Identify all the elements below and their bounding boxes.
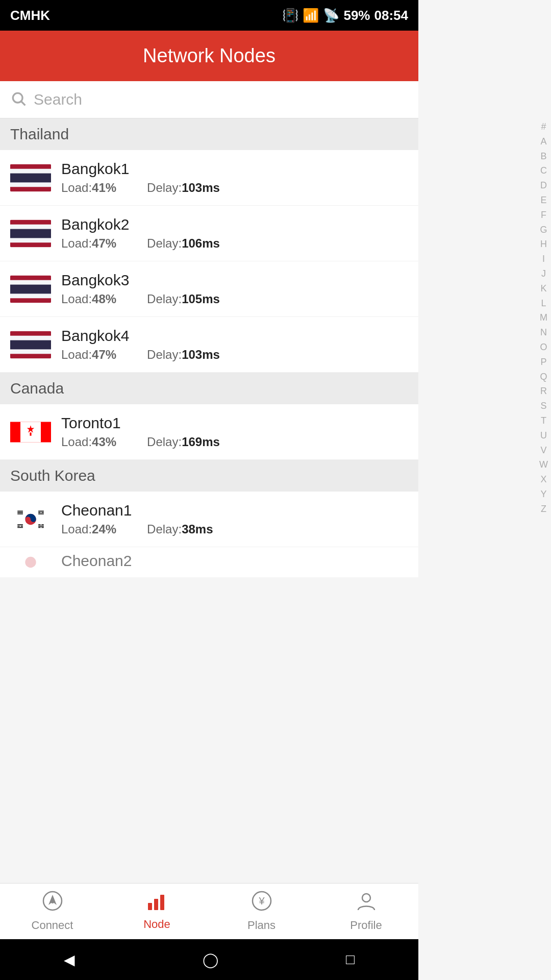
svg-rect-21 (17, 512, 23, 513)
back-button[interactable]: ◀ (64, 951, 75, 968)
profile-label: Profile (350, 919, 382, 932)
svg-rect-7 (10, 229, 51, 238)
list-item[interactable]: Cheonan1 Load:24% Delay:38ms (0, 492, 418, 547)
svg-rect-41 (154, 899, 158, 910)
section-header-south-korea: South Korea (0, 460, 418, 492)
nav-item-plans[interactable]: ¥ Plans (209, 884, 314, 939)
nav-item-profile[interactable]: Profile (314, 884, 418, 939)
flag-thailand (10, 275, 51, 303)
flag-thailand (10, 219, 51, 248)
page-header: Network Nodes (0, 31, 418, 81)
svg-rect-20 (17, 510, 23, 511)
svg-rect-4 (10, 173, 51, 182)
node-info: Bangkok4 Load:47% Delay:103ms (61, 327, 408, 362)
svg-rect-27 (17, 524, 23, 525)
svg-rect-40 (148, 903, 152, 910)
svg-rect-28 (17, 525, 20, 526)
status-bar: CMHK 📳 📶 📡 59% 08:54 (0, 0, 418, 31)
node-info: Bangkok2 Load:47% Delay:106ms (61, 216, 408, 251)
svg-line-1 (21, 102, 25, 105)
nav-item-connect[interactable]: Connect (0, 884, 105, 939)
svg-rect-15 (20, 422, 41, 442)
svg-rect-30 (17, 527, 23, 528)
svg-point-0 (13, 93, 22, 103)
vibrate-icon: 📳 (282, 8, 298, 23)
flag-south-korea (10, 548, 51, 576)
page-title: Network Nodes (143, 45, 276, 66)
connect-label: Connect (32, 919, 73, 932)
flag-thailand (10, 331, 51, 359)
section-header-thailand: Thailand (0, 118, 418, 150)
wifi-icon: 📶 (303, 8, 319, 23)
svg-rect-32 (41, 524, 44, 525)
svg-rect-10 (10, 284, 51, 293)
list-item[interactable]: Bangkok3 Load:48% Delay:105ms (0, 261, 418, 317)
search-icon (10, 90, 27, 109)
svg-rect-29 (21, 525, 23, 526)
profile-icon (356, 891, 377, 916)
svg-point-45 (362, 894, 370, 902)
flag-thailand (10, 164, 51, 192)
list-item[interactable]: Toronto1 Load:43% Delay:169ms (0, 404, 418, 460)
section-header-canada: Canada (0, 373, 418, 404)
bottom-nav: Connect Node ¥ Plans Profile (0, 883, 418, 939)
system-bar: ◀ ◯ □ (0, 939, 418, 980)
node-info: Cheonan1 Load:24% Delay:38ms (61, 502, 408, 536)
flag-south-korea (10, 505, 51, 533)
time-label: 08:54 (374, 8, 409, 23)
svg-rect-35 (41, 527, 44, 528)
recents-button[interactable]: □ (346, 951, 355, 968)
svg-rect-33 (38, 525, 44, 526)
list-item[interactable]: Bangkok2 Load:47% Delay:106ms (0, 206, 418, 261)
search-bar[interactable] (0, 81, 418, 118)
node-info: Toronto1 Load:43% Delay:169ms (61, 414, 408, 449)
svg-rect-22 (17, 513, 23, 514)
svg-text:¥: ¥ (258, 895, 265, 906)
svg-rect-25 (41, 512, 44, 513)
connect-icon (42, 891, 63, 916)
carrier-label: CMHK (10, 8, 50, 23)
node-info: Cheonan2 (61, 552, 408, 573)
battery-label: 59% (343, 8, 370, 23)
svg-rect-24 (38, 512, 41, 513)
node-label: Node (143, 918, 170, 931)
status-icons: 📳 📶 📡 59% 08:54 (282, 8, 408, 23)
node-info: Bangkok3 Load:48% Delay:105ms (61, 272, 408, 306)
plans-label: Plans (247, 919, 276, 932)
svg-rect-13 (10, 340, 51, 349)
svg-rect-42 (160, 895, 164, 910)
svg-point-37 (25, 557, 36, 568)
svg-rect-17 (30, 432, 31, 435)
search-input[interactable] (34, 91, 408, 108)
svg-rect-34 (38, 527, 41, 528)
svg-point-39 (51, 900, 54, 903)
node-info: Bangkok1 Load:41% Delay:103ms (61, 160, 408, 195)
signal-icon: 📡 (323, 8, 339, 23)
flag-canada (10, 418, 51, 446)
home-button[interactable]: ◯ (203, 951, 218, 968)
plans-icon: ¥ (252, 891, 272, 916)
svg-rect-23 (38, 510, 44, 511)
list-item[interactable]: Bangkok1 Load:41% Delay:103ms (0, 150, 418, 206)
node-list: Thailand Bangkok1 Load:41% Delay:103ms (0, 118, 418, 578)
nav-item-node[interactable]: Node (105, 884, 209, 939)
node-icon (147, 892, 167, 915)
list-item[interactable]: Bangkok4 Load:47% Delay:103ms (0, 317, 418, 373)
list-item[interactable]: Cheonan2 (0, 547, 418, 578)
svg-rect-26 (38, 513, 44, 514)
svg-rect-31 (38, 524, 41, 525)
